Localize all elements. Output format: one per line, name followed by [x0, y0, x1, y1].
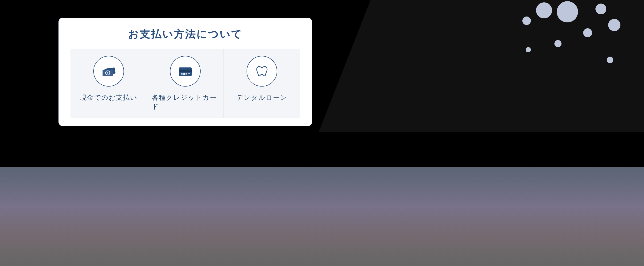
cash-icon-circle: ¥: [93, 56, 124, 86]
payment-item-cash: ¥ 現金でのお支払い: [70, 49, 147, 118]
cash-icon: ¥: [100, 62, 117, 80]
credit-card-icon: CREDIT: [177, 62, 194, 80]
payment-item-credit: CREDIT 各種クレジットカード: [147, 49, 224, 118]
tooth-icon: [254, 62, 270, 80]
svg-rect-5: [179, 70, 192, 72]
loan-icon-circle: [246, 56, 277, 86]
loan-label: デンタルローン: [236, 93, 287, 102]
payment-item-loan: デンタルローン: [224, 49, 300, 118]
payment-methods-list: ¥ 現金でのお支払い CREDIT: [70, 49, 300, 118]
svg-text:CREDIT: CREDIT: [180, 73, 190, 75]
credit-icon-circle: CREDIT: [170, 56, 200, 86]
cash-label: 現金でのお支払い: [80, 93, 138, 102]
background-gradient: [0, 167, 644, 266]
credit-label: 各種クレジットカード: [152, 93, 219, 111]
svg-text:¥: ¥: [107, 72, 108, 74]
payment-methods-card: お支払い方法について ¥ 現金でのお支払い: [58, 18, 312, 126]
decorative-circles: [502, 0, 644, 94]
card-title: お支払い方法について: [128, 27, 242, 41]
